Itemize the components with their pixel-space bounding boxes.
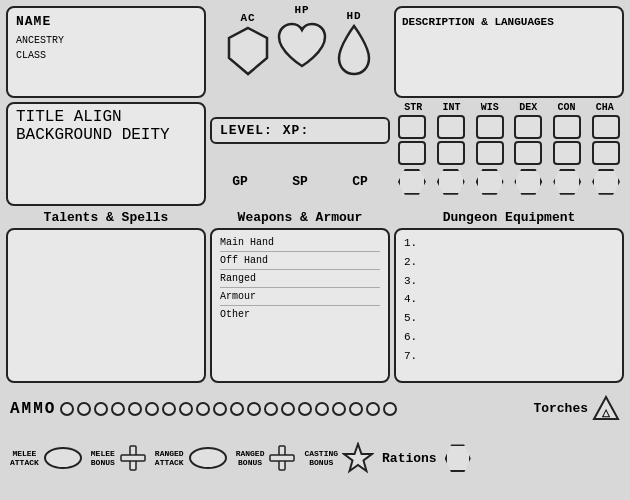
- hp-area: AC HP HD: [210, 6, 390, 98]
- xp-label: XP:: [283, 123, 309, 138]
- casting-bonus-item: CASTINGBONUS: [304, 442, 374, 474]
- dex-label: DEX: [519, 102, 537, 113]
- dex-box-2[interactable]: [514, 141, 542, 165]
- ammo-circles: [60, 402, 529, 416]
- wis-label: WIS: [481, 102, 499, 113]
- ammo-circle-5[interactable]: [128, 402, 142, 416]
- hd-icon-group: HD: [335, 10, 373, 76]
- top-row: NAME ANCESTRY CLASS AC HP: [6, 6, 624, 98]
- casting-bonus-label: CASTINGBONUS: [304, 449, 338, 468]
- wis-box-1[interactable]: [476, 115, 504, 139]
- ammo-circle-16[interactable]: [315, 402, 329, 416]
- name-block: NAME ANCESTRY CLASS: [6, 6, 206, 98]
- dungeon-item-6[interactable]: 6.: [404, 328, 614, 347]
- ac-icon-group: AC: [227, 12, 269, 76]
- second-row: TITLE ALIGN BACKGROUND DEITY LEVEL: XP: …: [6, 102, 624, 207]
- weapon-mainhand[interactable]: Main hand: [220, 234, 380, 252]
- ranged-bonus-item: RANGEDBONUS: [236, 444, 297, 472]
- svg-point-2: [45, 448, 81, 468]
- ammo-circle-8[interactable]: [179, 402, 193, 416]
- ammo-circle-4[interactable]: [111, 402, 125, 416]
- ammo-circle-11[interactable]: [230, 402, 244, 416]
- ac-label: AC: [240, 12, 255, 24]
- ammo-circle-13[interactable]: [264, 402, 278, 416]
- str-box-2[interactable]: [398, 141, 426, 165]
- ammo-circle-2[interactable]: [77, 402, 91, 416]
- int-box-1[interactable]: [437, 115, 465, 139]
- ammo-circle-18[interactable]: [349, 402, 363, 416]
- svg-rect-7: [270, 455, 294, 461]
- ammo-circle-14[interactable]: [281, 402, 295, 416]
- int-box-2[interactable]: [437, 141, 465, 165]
- cha-label: CHA: [596, 102, 614, 113]
- hd-droplet-icon: [335, 24, 373, 76]
- weapon-other[interactable]: Other: [220, 306, 380, 323]
- con-box-1[interactable]: [553, 115, 581, 139]
- con-box-2[interactable]: [553, 141, 581, 165]
- casting-bonus-star-icon: [342, 442, 374, 474]
- ammo-circle-20[interactable]: [383, 402, 397, 416]
- cha-hex[interactable]: [592, 169, 620, 195]
- ac-shield-icon: [227, 26, 269, 76]
- str-hex[interactable]: [398, 169, 426, 195]
- svg-point-5: [190, 448, 226, 468]
- stats-boxes-top: [394, 115, 624, 139]
- dungeon-list: 1. 2. 3. 4. 5. 6. 7.: [394, 228, 624, 383]
- ammo-circle-6[interactable]: [145, 402, 159, 416]
- ammo-circle-12[interactable]: [247, 402, 261, 416]
- dungeon-item-7[interactable]: 7.: [404, 347, 614, 366]
- gp-label: GP: [232, 174, 248, 189]
- svg-marker-8: [344, 444, 372, 471]
- torch-badge-icon: △: [592, 395, 620, 423]
- dungeon-item-4[interactable]: 4.: [404, 290, 614, 309]
- weapons-block: Weapons & Armour Main hand Off hand Rang…: [210, 210, 390, 383]
- ammo-circle-17[interactable]: [332, 402, 346, 416]
- dungeon-item-2[interactable]: 2.: [404, 253, 614, 272]
- stats-labels-row: STR INT WIS DEX CON CHA: [394, 102, 624, 113]
- int-hex[interactable]: [437, 169, 465, 195]
- title-block: TITLE ALIGN BACKGROUND DEITY: [6, 102, 206, 207]
- talents-block: Talents & Spells: [6, 210, 206, 383]
- desc-label: Description & Languages: [402, 16, 554, 28]
- ammo-circle-3[interactable]: [94, 402, 108, 416]
- ammo-circle-7[interactable]: [162, 402, 176, 416]
- svg-text:△: △: [601, 408, 611, 419]
- con-label: CON: [557, 102, 575, 113]
- title-label: TITLE: [16, 108, 64, 126]
- ammo-circle-15[interactable]: [298, 402, 312, 416]
- weapon-ranged[interactable]: Ranged: [220, 270, 380, 288]
- weapons-title: Weapons & Armour: [210, 210, 390, 225]
- svg-rect-4: [121, 455, 145, 461]
- ammo-circle-10[interactable]: [213, 402, 227, 416]
- level-xp-row: LEVEL: XP:: [210, 117, 390, 144]
- wis-box-2[interactable]: [476, 141, 504, 165]
- cha-box-1[interactable]: [592, 115, 620, 139]
- class-label: CLASS: [16, 48, 196, 63]
- dex-hex[interactable]: [514, 169, 542, 195]
- wis-hex[interactable]: [476, 169, 504, 195]
- ranged-attack-label: RANGEDATTACK: [155, 449, 184, 468]
- con-hex[interactable]: [553, 169, 581, 195]
- dungeon-item-1[interactable]: 1.: [404, 234, 614, 253]
- deity-label: DEITY: [122, 126, 170, 144]
- weapon-armour[interactable]: Armour: [220, 288, 380, 306]
- talents-area[interactable]: [6, 228, 206, 383]
- hp-icon-group: HP: [275, 4, 329, 76]
- level-xp-block: LEVEL: XP: GP SP CP: [210, 102, 390, 207]
- dungeon-item-5[interactable]: 5.: [404, 309, 614, 328]
- dungeon-item-3[interactable]: 3.: [404, 272, 614, 291]
- currency-row: GP SP CP: [210, 172, 390, 191]
- ammo-circle-1[interactable]: [60, 402, 74, 416]
- weapon-offhand[interactable]: Off hand: [220, 252, 380, 270]
- melee-bonus-cross-icon: [119, 444, 147, 472]
- ammo-circle-9[interactable]: [196, 402, 210, 416]
- str-label: STR: [404, 102, 422, 113]
- dex-box-1[interactable]: [514, 115, 542, 139]
- cha-box-2[interactable]: [592, 141, 620, 165]
- hp-heart-icon: [275, 18, 329, 76]
- torches-label: Torches: [533, 401, 588, 416]
- str-box-1[interactable]: [398, 115, 426, 139]
- ancestry-label: ANCESTRY: [16, 33, 196, 48]
- ammo-circle-19[interactable]: [366, 402, 380, 416]
- melee-bonus-label: MELEEBONUS: [91, 449, 115, 468]
